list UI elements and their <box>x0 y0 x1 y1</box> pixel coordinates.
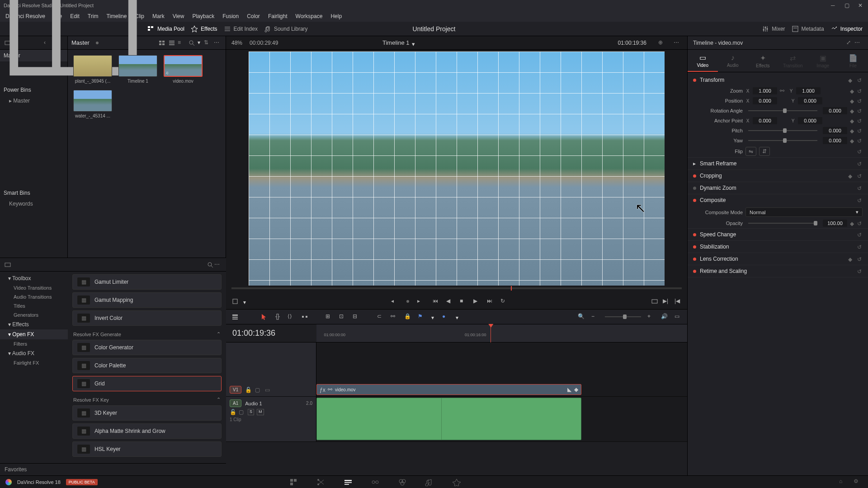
section-enable-dot[interactable] <box>693 174 696 178</box>
zoom-out-button[interactable]: − <box>591 313 599 320</box>
options-icon[interactable]: ⋯ <box>674 39 682 47</box>
section-enable-dot[interactable] <box>693 233 696 236</box>
step-fwd-icon[interactable]: ▶| <box>663 298 670 305</box>
transform-overlay-icon[interactable] <box>231 298 239 305</box>
clip-keyframe-icon[interactable]: ◆ <box>574 386 578 393</box>
reset-icon[interactable]: ↺ <box>857 77 863 83</box>
media-page-tab[interactable] <box>289 478 298 486</box>
smart-bin-keywords[interactable]: Keywords <box>0 199 67 209</box>
audio-toggle[interactable]: 🔊 <box>661 313 668 320</box>
fx-category-titles[interactable]: Titles <box>0 301 68 310</box>
section-enable-dot[interactable] <box>693 79 696 82</box>
viewer-scrubber[interactable] <box>226 287 687 294</box>
link-icon[interactable]: ⚯ <box>780 88 786 94</box>
section-enable-dot[interactable] <box>693 258 696 261</box>
timeline-search-icon[interactable]: 🔍 <box>578 313 585 320</box>
options-icon[interactable]: ⋯ <box>214 261 222 268</box>
dynamic-trim-tool[interactable]: ⟨⟩ <box>288 313 295 320</box>
inspector-tab-video[interactable]: ▭Video <box>688 50 718 72</box>
keyframe-icon[interactable]: ◆ <box>848 77 854 83</box>
viewer[interactable]: ↖ <box>226 50 687 287</box>
fx-item-invert-color[interactable]: ▦Invert Color <box>72 310 222 326</box>
go-end-button[interactable]: ⏭ <box>487 298 494 305</box>
speed-change-header[interactable]: Speed Change↺ <box>688 229 868 240</box>
fx-category-open-fx[interactable]: ▾ Open FX <box>0 329 68 339</box>
fx-item-color-palette[interactable]: ▦Color Palette <box>72 358 222 373</box>
step-back-button[interactable]: ◀ <box>446 298 453 305</box>
viewer-mode-icon[interactable]: ⊕ <box>658 39 666 47</box>
settings-button[interactable]: ⚙ <box>854 478 863 486</box>
fx-category-filters[interactable]: Filters <box>0 339 68 348</box>
flag-button[interactable]: ⚑ <box>418 313 425 320</box>
track-id-a1[interactable]: A1 <box>230 399 241 407</box>
keyframe-icon[interactable]: ◆ <box>850 108 855 113</box>
fusion-page-tab[interactable] <box>371 478 380 486</box>
keyframe-icon[interactable]: ◆ <box>850 128 855 133</box>
reset-icon[interactable]: ↺ <box>857 149 863 154</box>
retime-header[interactable]: Retime and Scaling↺ <box>688 265 868 277</box>
keyframe-icon[interactable]: ◆ <box>850 138 855 143</box>
minimize-button[interactable]: ─ <box>831 2 837 9</box>
rotation-input[interactable] <box>823 107 847 114</box>
fx-category-video-transitions[interactable]: Video Transitions <box>0 283 68 292</box>
edit-page-tab[interactable] <box>344 478 353 486</box>
reset-icon[interactable]: ↺ <box>857 268 863 274</box>
yaw-input[interactable] <box>823 137 847 144</box>
auto-select-icon[interactable]: ▢ <box>239 409 245 415</box>
zoom-in-button[interactable]: + <box>647 313 655 320</box>
media-clip[interactable]: water_-_45314 ... <box>73 90 112 118</box>
menu-help[interactable]: Help <box>327 12 345 20</box>
fx-category-effects[interactable]: ▾ Effects <box>0 319 68 329</box>
pos-x-input[interactable] <box>753 97 777 104</box>
flip-h-button[interactable]: ⇋ <box>745 147 756 156</box>
reset-icon[interactable]: ↺ <box>857 173 863 178</box>
fx-category-toolbox[interactable]: ▾ Toolbox <box>0 273 68 283</box>
fx-category-fairlight-fx[interactable]: Fairlight FX <box>0 358 68 367</box>
reset-icon[interactable]: ↺ <box>857 221 863 226</box>
timeline-ruler[interactable]: 01:00:00:00 01:00:16:00 <box>316 324 687 342</box>
reset-icon[interactable]: ↺ <box>857 138 863 143</box>
fx-item-gamut-mapping[interactable]: ▦Gamut Mapping <box>72 292 222 308</box>
opacity-slider[interactable] <box>748 223 817 224</box>
stabilization-header[interactable]: Stabilization↺ <box>688 241 868 253</box>
layout-presets-button[interactable] <box>5 0 141 97</box>
effects-toggle[interactable]: Effects <box>191 25 217 33</box>
fx-category-generators[interactable]: Generators <box>0 310 68 319</box>
zoom-y-input[interactable] <box>796 87 821 94</box>
section-enable-dot[interactable] <box>693 245 696 249</box>
section-enable-dot[interactable] <box>693 270 696 273</box>
zoom-slider[interactable] <box>605 316 641 317</box>
fairlight-page-tab[interactable] <box>425 478 434 486</box>
viewer-canvas[interactable]: ↖ <box>249 52 665 286</box>
selection-tool[interactable] <box>260 313 268 320</box>
go-start-button[interactable]: ⏮ <box>433 298 440 305</box>
power-bin-master[interactable]: ▸ Master <box>0 96 67 106</box>
inspector-tab-image[interactable]: ▣Image <box>808 50 838 72</box>
video-clip[interactable]: ƒx ⚯ video.mov ◣ ◆ <box>316 384 581 395</box>
pitch-slider[interactable] <box>748 130 817 131</box>
chevron-down-icon[interactable]: ▾ <box>431 314 436 319</box>
inspector-tab-audio[interactable]: ♪Audio <box>718 50 748 72</box>
reset-icon[interactable]: ↺ <box>857 185 863 191</box>
reset-icon[interactable]: ↺ <box>857 161 863 166</box>
keyframe-icon[interactable]: ◆ <box>850 118 855 123</box>
deliver-page-tab[interactable] <box>452 478 461 486</box>
track-id-v1[interactable]: V1 <box>230 386 241 394</box>
yaw-slider[interactable] <box>748 140 817 141</box>
snap-toggle[interactable]: ⊂ <box>377 313 384 320</box>
mixer-toggle[interactable]: Mixer <box>762 25 785 33</box>
reset-icon[interactable]: ↺ <box>857 98 863 103</box>
fx-panel-icon[interactable] <box>4 261 12 268</box>
timeline-timecode[interactable]: 01:00:19:36 <box>232 328 275 338</box>
timeline-name-dropdown[interactable]: Timeline 1 ▾ <box>382 39 416 46</box>
pitch-input[interactable] <box>823 127 847 134</box>
cropping-header[interactable]: Cropping◆↺ <box>688 170 868 182</box>
expand-icon[interactable]: ⤢ <box>846 39 854 47</box>
insert-clip-button[interactable]: ⊞ <box>326 313 333 320</box>
fx-category-audio-transitions[interactable]: Audio Transitions <box>0 292 68 301</box>
dynamic-zoom-header[interactable]: Dynamic Zoom↺ <box>688 182 868 194</box>
inspector-tab-effects[interactable]: ✦Effects <box>748 50 778 72</box>
lock-icon[interactable]: 🔓 <box>245 387 251 393</box>
media-pool-toggle[interactable]: Media Pool <box>147 25 184 33</box>
smart-reframe-header[interactable]: ▸Smart Reframe↺ <box>688 158 868 169</box>
